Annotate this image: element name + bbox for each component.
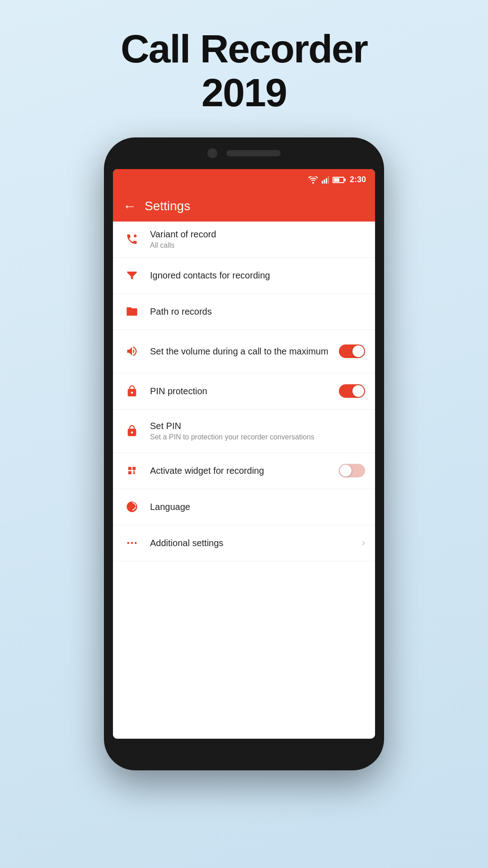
volume-toggle-switch[interactable] (339, 344, 365, 358)
settings-item-set-pin[interactable]: Set PIN Set a PIN to protection your rec… (113, 410, 375, 453)
settings-item-set-volume[interactable]: Set the volume during a call to the maxi… (113, 330, 375, 373)
set-pin-content: Set PIN Set a PIN to protection your rec… (150, 420, 365, 442)
additional-settings-chevron: › (362, 537, 365, 549)
phone-icon (123, 233, 141, 245)
phone-top-bar (104, 137, 384, 169)
pin-toggle-switch[interactable] (339, 384, 365, 398)
variant-of-record-subtitle: All calls (150, 241, 365, 250)
svg-point-4 (134, 235, 136, 237)
phone-mockup: 2:30 ← Settings Variant of rec (104, 137, 384, 770)
battery-icon (333, 177, 344, 183)
ignored-contacts-title: Ignored contacts for recording (150, 269, 365, 281)
set-pin-subtitle: Set a PIN to protection your recorder co… (150, 433, 365, 442)
set-volume-toggle[interactable] (339, 344, 365, 358)
svg-rect-0 (322, 181, 323, 184)
pin-toggle-knob (352, 385, 364, 397)
svg-point-9 (135, 542, 137, 544)
settings-list: Variant of record All calls Ignored cont… (113, 222, 375, 739)
svg-point-6 (135, 234, 136, 235)
status-time: 2:30 (350, 175, 366, 184)
variant-of-record-content: Variant of record All calls (150, 228, 365, 250)
activate-widget-title: Activate widget for recording (150, 465, 330, 476)
phone-screen: 2:30 ← Settings Variant of rec (113, 169, 375, 739)
settings-item-additional-settings[interactable]: Additional settings › (113, 525, 375, 561)
phone-speaker (226, 150, 281, 156)
app-title: Call Recorder 2019 (121, 27, 367, 115)
language-content: Language (150, 501, 365, 513)
volume-toggle-knob (352, 345, 364, 357)
settings-item-ignored-contacts[interactable]: Ignored contacts for recording (113, 258, 375, 294)
status-bar: 2:30 (113, 169, 375, 191)
widget-icon (123, 464, 141, 477)
wifi-icon (308, 176, 318, 184)
settings-item-activate-widget[interactable]: Activate widget for recording (113, 453, 375, 489)
chevron-right-icon: › (362, 537, 365, 548)
folder-icon (123, 305, 141, 318)
language-title: Language (150, 501, 365, 513)
lock2-icon (123, 425, 141, 437)
signal-icon (322, 176, 329, 184)
svg-point-5 (136, 236, 137, 237)
additional-settings-content: Additional settings (150, 537, 353, 549)
activate-widget-content: Activate widget for recording (150, 465, 330, 476)
settings-item-pin-protection[interactable]: PIN protection (113, 373, 375, 410)
dots-icon (123, 537, 141, 549)
widget-toggle-knob (340, 465, 352, 476)
additional-settings-title: Additional settings (150, 537, 353, 549)
set-pin-title: Set PIN (150, 420, 365, 432)
set-volume-title: Set the volume during a call to the maxi… (150, 345, 330, 357)
filter-icon (123, 269, 141, 282)
lock-icon (123, 385, 141, 397)
app-bar: ← Settings (113, 191, 375, 222)
path-to-records-content: Path ro records (150, 306, 365, 317)
set-volume-content: Set the volume during a call to the maxi… (150, 345, 330, 357)
svg-rect-2 (326, 178, 327, 184)
pin-protection-toggle[interactable] (339, 384, 365, 398)
settings-item-variant-of-record[interactable]: Variant of record All calls (113, 222, 375, 258)
path-to-records-title: Path ro records (150, 306, 365, 317)
settings-item-path-to-records[interactable]: Path ro records (113, 294, 375, 330)
status-icons (308, 176, 344, 184)
back-button[interactable]: ← (123, 199, 136, 213)
svg-point-8 (131, 542, 133, 544)
volume-icon (123, 345, 141, 358)
phone-camera (207, 148, 217, 158)
svg-rect-1 (324, 179, 325, 184)
svg-point-7 (127, 542, 130, 544)
settings-item-language[interactable]: Language (113, 489, 375, 525)
activate-widget-toggle[interactable] (339, 464, 365, 477)
svg-rect-3 (328, 176, 329, 184)
app-bar-title: Settings (145, 199, 190, 213)
globe-icon (123, 500, 141, 513)
widget-toggle-switch[interactable] (339, 464, 365, 477)
variant-of-record-title: Variant of record (150, 228, 365, 240)
ignored-contacts-content: Ignored contacts for recording (150, 269, 365, 281)
pin-protection-title: PIN protection (150, 385, 330, 397)
pin-protection-content: PIN protection (150, 385, 330, 397)
